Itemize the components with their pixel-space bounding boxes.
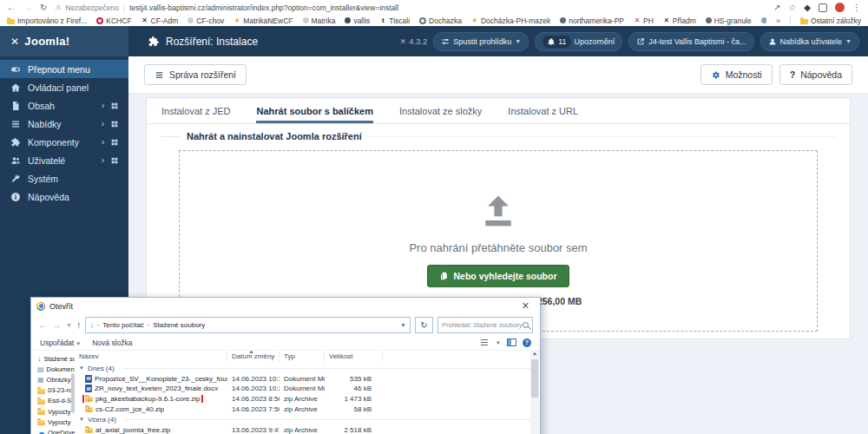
sidebar-item-n-pov-da[interactable]: Nápověda bbox=[0, 187, 128, 206]
nav-history-icon[interactable]: ▼ bbox=[66, 322, 72, 328]
tab-instalovat-z-url[interactable]: Instalovat z URL bbox=[508, 98, 578, 123]
list-scrollbar[interactable]: ▲ bbox=[530, 350, 539, 434]
file-type-cell: Dokument Micros... bbox=[279, 375, 325, 383]
grid-icon[interactable] bbox=[110, 120, 119, 128]
bookmark-item[interactable]: Matrika bbox=[303, 16, 336, 25]
file-name-wrap: at_axial_joomla_free.zip bbox=[85, 426, 170, 434]
grid-icon[interactable] bbox=[110, 102, 119, 110]
file-row[interactable]: WZR_novy_text_kveten_2023_finale.docx14.… bbox=[75, 384, 540, 394]
chevron-right-icon: › bbox=[102, 119, 104, 128]
column-header-3[interactable]: Velikost bbox=[325, 351, 383, 362]
sidebar-item-komponenty[interactable]: Komponenty› bbox=[0, 133, 128, 151]
nav-up-icon[interactable]: ↑ bbox=[76, 319, 82, 330]
bookmark-item[interactable]: ★Docházka-PH-mazek bbox=[471, 16, 550, 25]
grid-icon[interactable] bbox=[110, 156, 119, 165]
preview-pane-icon[interactable] bbox=[507, 339, 516, 346]
dialog-sidebar-item[interactable]: Esd-d-SO002 bbox=[31, 396, 75, 406]
user-menu-button[interactable]: Nabídka uživatele▼ bbox=[760, 32, 859, 51]
reload-button[interactable]: ↻ bbox=[40, 3, 47, 12]
browser-menu-icon[interactable]: ⋮ bbox=[852, 3, 861, 12]
bookmark-item[interactable]: KCHCF bbox=[96, 16, 131, 25]
share-icon[interactable]: ↗ bbox=[773, 3, 780, 12]
bookmark-item[interactable]: ✕CF-Adm bbox=[141, 16, 179, 25]
nav-forward-icon[interactable]: → bbox=[52, 319, 62, 330]
bookmark-item[interactable]: northamerika-PP bbox=[560, 16, 624, 25]
downloads-icon: ↓ bbox=[37, 354, 42, 363]
extension-pin-icon[interactable]: ◆ bbox=[804, 3, 811, 12]
tab-instalovat-ze-slo-ky[interactable]: Instalovat ze složky bbox=[399, 98, 482, 123]
file-row[interactable]: pkg_akeebabackup-9.6.1-core.zip14.06.202… bbox=[75, 394, 540, 404]
back-button[interactable]: ← bbox=[7, 3, 16, 12]
side-panel-icon[interactable] bbox=[819, 3, 827, 12]
file-row[interactable]: cs-CZ.com_jce_40.zip14.06.2023 7:50zip A… bbox=[75, 404, 540, 414]
help-icon[interactable]: ? bbox=[523, 339, 531, 347]
file-name: ZR_novy_text_kveten_2023_finale.docx bbox=[95, 385, 218, 392]
dialog-sidebar-item[interactable]: Vypocty bbox=[31, 406, 75, 417]
dialog-sidebar-item[interactable]: 03-23-rd-Studna bbox=[31, 385, 75, 396]
sidebar-item-p-epnout-menu[interactable]: Přepnout menu bbox=[0, 60, 128, 78]
column-header-1[interactable]: Datum změny▲ bbox=[227, 351, 279, 362]
nav-back-icon[interactable]: ← bbox=[38, 319, 48, 330]
new-folder-button[interactable]: Nová složka bbox=[92, 339, 132, 347]
grid-icon[interactable] bbox=[110, 138, 119, 147]
bookmark-item[interactable]: ✕PH bbox=[634, 16, 654, 25]
breadcrumb[interactable]: ↓ › Tento počítač › Stažené soubory ▼ bbox=[85, 317, 411, 333]
file-size-cell: 535 kB bbox=[325, 375, 383, 383]
profile-avatar[interactable] bbox=[835, 3, 845, 12]
dialog-sidebar-item[interactable]: Vypocty bbox=[31, 417, 75, 427]
bookmark-item[interactable]: vallis bbox=[345, 16, 370, 25]
bookmark-item[interactable]: tTiscali bbox=[379, 16, 410, 25]
file-row[interactable]: WPropozice_SV__Konopiste_23-_cesky_fouse… bbox=[75, 374, 540, 385]
help-button[interactable]: ? Nápověda bbox=[779, 64, 852, 85]
chevron-right-icon: › bbox=[102, 155, 104, 165]
bookmark-item[interactable]: Dochazka bbox=[419, 16, 462, 25]
bookmark-item[interactable]: ★MatrikaNEwCF bbox=[233, 16, 293, 25]
bookmarks-overflow[interactable]: » bbox=[776, 16, 780, 25]
column-header-0[interactable]: Název bbox=[75, 351, 227, 362]
notifications-button[interactable]: 11 Upozornění bbox=[535, 32, 622, 51]
dialog-sidebar-label: Dokumenty bbox=[47, 365, 75, 373]
dialog-sidebar-item[interactable]: ▦Obrázky✦ bbox=[31, 374, 75, 385]
options-button[interactable]: Možnosti bbox=[700, 64, 773, 85]
dot-icon bbox=[187, 17, 194, 23]
breadcrumb-downloads[interactable]: Stažené soubory bbox=[153, 321, 205, 329]
bookmark-item[interactable]: ✕Přladm bbox=[663, 16, 696, 25]
view-dropdown-icon[interactable]: ▼ bbox=[496, 340, 501, 345]
file-group-header[interactable]: ▼Dnes (4) bbox=[75, 363, 540, 374]
sidebar-item-ovl-dac-panel[interactable]: Ovládací panel bbox=[0, 78, 128, 96]
tab-instalovat-z-jed[interactable]: Instalovat z JED bbox=[161, 98, 230, 123]
start-tour-button[interactable]: Spustit prohlídku▼ bbox=[433, 32, 529, 51]
file-row[interactable]: at_axial_joomla_free.zip13.06.2023 9:47z… bbox=[75, 424, 540, 434]
close-icon[interactable]: ✕ bbox=[516, 300, 535, 312]
bookmark-item[interactable]: CF-chov bbox=[187, 16, 224, 25]
organize-button[interactable]: Uspořádat▼ bbox=[40, 339, 81, 347]
sidebar-item-u-ivatel-[interactable]: Uživatelé› bbox=[0, 151, 128, 169]
address-bar[interactable]: ⚠ Nezabezpečeno | testj4.vallis-baptismi… bbox=[55, 3, 766, 12]
bookmark-star-icon[interactable]: ☆ bbox=[788, 3, 796, 12]
breadcrumb-dropdown-icon[interactable]: ▼ bbox=[400, 322, 406, 328]
search-input[interactable]: Prohledat: Stažené soubory bbox=[437, 317, 533, 333]
forward-button[interactable]: → bbox=[23, 3, 32, 12]
dialog-navbar: ← → ▼ ↑ ↓ › Tento počítač › Stažené soub… bbox=[31, 314, 540, 335]
breadcrumb-this-pc[interactable]: Tento počítač bbox=[102, 321, 144, 329]
tab-nahr-t-soubor-s-bal-kem[interactable]: Nahrát soubor s balíčkem bbox=[256, 98, 373, 123]
browse-file-button[interactable]: Nebo vyhledejte soubor bbox=[427, 265, 569, 287]
dialog-sidebar-item[interactable]: ▤Dokumenty✦ bbox=[31, 364, 75, 374]
refresh-button[interactable]: ↻ bbox=[415, 317, 433, 333]
other-bookmarks[interactable]: Ostatní záložky bbox=[800, 16, 861, 25]
dialog-sidebar-item[interactable]: ☁OneDrive - Perso bbox=[31, 427, 75, 434]
group-label: Dnes (4) bbox=[88, 365, 115, 372]
view-list-icon[interactable] bbox=[481, 339, 488, 345]
bookmark-item[interactable]: Importováno z Firef... bbox=[7, 16, 87, 25]
bookmark-item[interactable]: Dlubal-W-S bbox=[761, 16, 766, 25]
site-preview-button[interactable]: J4-test Vallis Baptismi - ča... bbox=[628, 32, 753, 51]
manage-extensions-button[interactable]: Správa rozšíření bbox=[144, 64, 247, 85]
column-header-2[interactable]: Typ bbox=[279, 351, 325, 362]
file-group-header[interactable]: ▼Včera (4) bbox=[75, 414, 540, 425]
url-text: testj4.vallis-baptismi.cz/administrator/… bbox=[129, 3, 398, 12]
sidebar-item-syst-m[interactable]: Systém bbox=[0, 169, 128, 187]
bookmark-item[interactable]: HS-granule bbox=[706, 16, 752, 25]
sidebar-item-nab-dky[interactable]: Nabídky› bbox=[0, 115, 128, 133]
dialog-sidebar-item[interactable]: ↓Stažené soub✦ bbox=[31, 353, 75, 364]
sidebar-item-obsah[interactable]: Obsah› bbox=[0, 96, 128, 115]
